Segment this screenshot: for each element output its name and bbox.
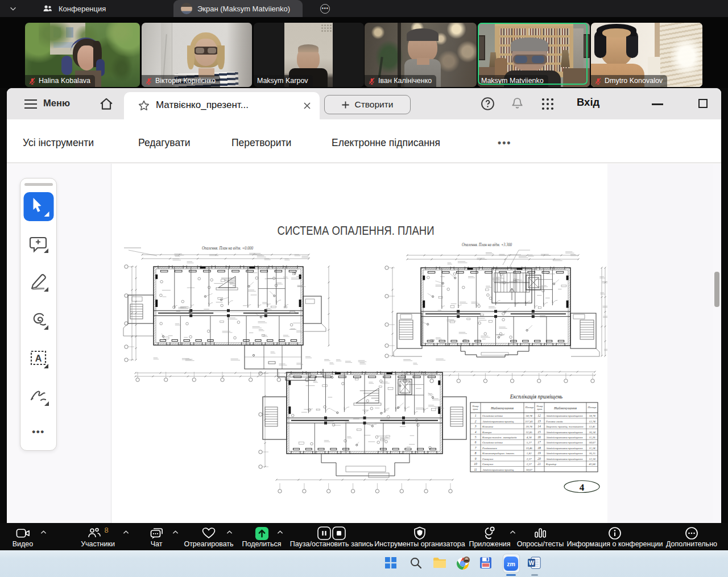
svg-text:8: 8 — [475, 451, 477, 455]
svg-text:Адміністративне приміщення: Адміністративне приміщення — [545, 447, 583, 450]
svg-text:Складова клітка: Складова клітка — [482, 414, 503, 417]
svg-text:zm: zm — [507, 561, 515, 567]
svg-text:13: 13 — [537, 420, 541, 423]
svg-text:17: 17 — [537, 441, 541, 444]
svg-text:W: W — [529, 559, 535, 566]
svg-text:Площа: Площа — [588, 406, 597, 409]
svg-text:СИСТЕМА ОПАЛЕННЯ. ПЛАНИ: СИСТЕМА ОПАЛЕННЯ. ПЛАНИ — [278, 223, 435, 238]
svg-text:317,41: 317,41 — [525, 420, 533, 424]
svg-text:Адміністративне приміщення: Адміністративне приміщення — [545, 431, 583, 434]
svg-text:Адміністративне приміщення: Адміністративне приміщення — [545, 458, 583, 460]
svg-text:11,26: 11,26 — [589, 436, 595, 439]
svg-text:Опалення. План на відм. +3.300: Опалення. План на відм. +3.300 — [462, 242, 512, 247]
svg-text:5: 5 — [475, 435, 477, 439]
svg-text:Санвузол: Санвузол — [482, 458, 493, 460]
svg-text:16,15: 16,15 — [589, 452, 595, 455]
svg-text:прим.: прим. — [473, 408, 478, 410]
svg-text:Комора: Комора — [482, 431, 492, 434]
svg-text:Адміністративне приміщення: Адміністративне приміщення — [545, 414, 583, 417]
svg-text:2,37: 2,37 — [527, 463, 532, 466]
svg-text:прим.: прим. — [537, 408, 543, 410]
svg-text:2: 2 — [475, 420, 477, 423]
svg-text:18,67: 18,67 — [526, 468, 532, 472]
svg-text:1,82: 1,82 — [527, 452, 532, 455]
svg-text:Кімната: Кімната — [482, 425, 494, 428]
svg-text:19,46: 19,46 — [526, 447, 532, 450]
svg-text:Площа: Площа — [525, 406, 534, 409]
svg-text:21: 21 — [537, 462, 541, 466]
svg-text:Найменування: Найменування — [553, 406, 577, 410]
svg-text:Роздягальня: Роздягальня — [482, 447, 497, 450]
svg-text:A: A — [35, 354, 42, 363]
svg-text:Головне сходи: Головне сходи — [545, 420, 563, 423]
svg-text:12,18: 12,18 — [589, 458, 595, 461]
svg-text:3: 3 — [474, 425, 477, 428]
svg-text:14: 14 — [537, 425, 541, 428]
svg-text:20: 20 — [537, 457, 541, 460]
svg-text:4: 4 — [580, 482, 585, 493]
svg-text:12,41: 12,41 — [589, 425, 595, 429]
svg-text:Експлікація приміщень: Експлікація приміщень — [510, 394, 563, 400]
svg-text:18,78: 18,78 — [589, 414, 595, 418]
svg-text:10: 10 — [474, 462, 477, 466]
svg-text:19: 19 — [537, 451, 541, 455]
svg-text:Санвузол: Санвузол — [482, 463, 493, 466]
svg-text:Опалення. План на відм. +0.000: Опалення. План на відм. +0.000 — [202, 246, 253, 251]
svg-text:5,27: 5,27 — [527, 441, 532, 445]
svg-text:Комора погодж. матеріалів: Комора погодж. матеріалів — [482, 436, 517, 439]
svg-text:9: 9 — [475, 457, 477, 460]
svg-text:4: 4 — [475, 430, 477, 434]
svg-text:Кімнатаприбирал. інвент.: Кімнатаприбирал. інвент. — [482, 452, 515, 455]
svg-text:Адміністративне приміщення: Адміністративне приміщення — [545, 452, 583, 455]
svg-text:12: 12 — [537, 414, 541, 417]
svg-text:50,67: 50,67 — [589, 441, 595, 445]
svg-text:Адміністративне приміщ.: Адміністративне приміщ. — [482, 468, 514, 471]
svg-text:32,85: 32,85 — [526, 431, 532, 434]
svg-text:1: 1 — [475, 414, 477, 417]
svg-text:11,24: 11,24 — [589, 447, 595, 450]
svg-text:11: 11 — [474, 468, 477, 471]
svg-text:43,68: 43,68 — [589, 463, 595, 466]
svg-text:Складова клітка: Складова клітка — [482, 441, 503, 444]
svg-text:16: 16 — [537, 435, 541, 439]
svg-text:16,14: 16,14 — [589, 431, 595, 434]
svg-text:15: 15 — [537, 430, 541, 434]
svg-text:29,78: 29,78 — [526, 425, 532, 429]
svg-text:12,74: 12,74 — [589, 420, 595, 424]
svg-text:Коридор: Коридор — [545, 463, 557, 466]
svg-text:Зворотнє приміщ. постачання: Зворотнє приміщ. постачання — [546, 425, 584, 428]
svg-text:Адміністративне приміщ.: Адміністративне приміщ. — [482, 420, 514, 423]
svg-text:58,74: 58,74 — [526, 414, 532, 418]
svg-text:18: 18 — [537, 446, 541, 450]
svg-text:Адміністративне приміщення: Адміністративне приміщення — [545, 441, 583, 444]
svg-text:4,38: 4,38 — [527, 436, 532, 439]
svg-text:Найменування: Найменування — [490, 406, 514, 410]
svg-text:7: 7 — [475, 446, 477, 450]
svg-text:2,37: 2,37 — [527, 458, 532, 461]
svg-text:Адміністративне приміщення: Адміністративне приміщення — [545, 436, 583, 439]
svg-text:6: 6 — [475, 441, 477, 444]
